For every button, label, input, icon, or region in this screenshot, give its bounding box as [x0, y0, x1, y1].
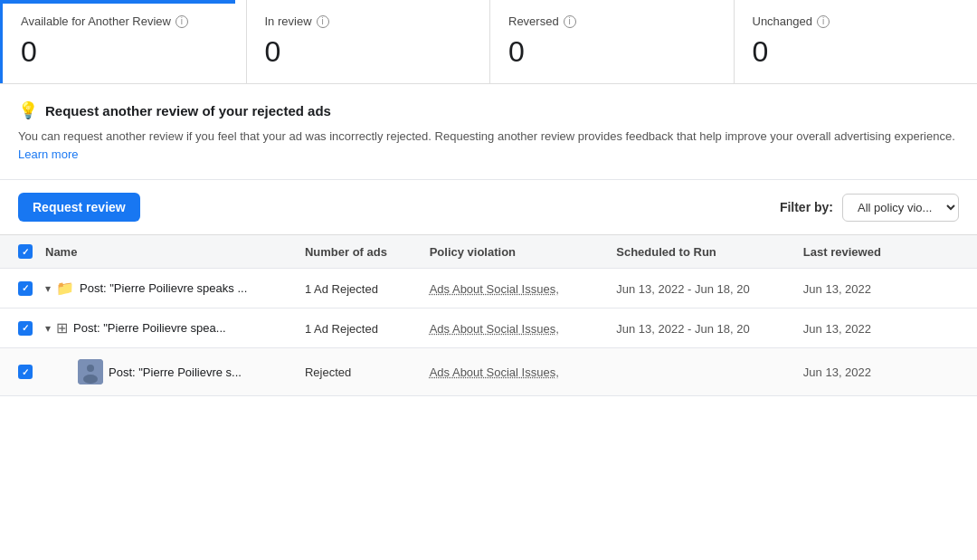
stat-in-review-value: 0	[265, 35, 472, 69]
table-row: ▾ ⊞ Post: "Pierre Poilievre spea... 1 Ad…	[0, 308, 977, 348]
row2-chevron-icon[interactable]: ▾	[45, 322, 51, 335]
row1-policy[interactable]: Ads About Social Issues,	[430, 282, 559, 296]
row1-last-reviewed: Jun 13, 2022	[803, 282, 871, 296]
stat-reversed: Reversed i 0	[490, 0, 735, 83]
stat-unchanged: Unchanged i 0	[735, 0, 978, 83]
row2-policy[interactable]: Ads About Social Issues,	[430, 322, 559, 336]
filter-area: Filter by: All policy vio...	[780, 194, 959, 222]
row3-checkbox[interactable]	[18, 365, 33, 379]
table-header: Name Number of ads Policy violation Sche…	[0, 235, 977, 269]
row1-checkbox[interactable]	[18, 281, 33, 296]
row3-last-reviewed: Jun 13, 2022	[803, 365, 871, 379]
in-review-info-icon[interactable]: i	[317, 15, 329, 28]
col-header-scheduled: Scheduled to Run	[616, 245, 803, 259]
policy-filter-select[interactable]: All policy vio...	[842, 194, 959, 222]
row2-checkbox[interactable]	[18, 321, 33, 336]
available-info-icon[interactable]: i	[175, 15, 188, 28]
bulb-icon: 💡	[18, 100, 38, 120]
stat-unchanged-value: 0	[753, 35, 960, 69]
col-header-name: Name	[45, 245, 305, 259]
svg-point-1	[87, 365, 94, 372]
stat-reversed-label: Reversed i	[508, 14, 716, 28]
select-all-checkbox[interactable]	[18, 244, 33, 259]
row1-chevron-icon[interactable]: ▾	[45, 282, 51, 295]
table-row: Post: "Pierre Poilievre s... Rejected Ad…	[0, 348, 977, 396]
action-bar: Request review Filter by: All policy vio…	[0, 180, 977, 235]
col-header-policy: Policy violation	[430, 245, 617, 259]
row3-thumbnail	[78, 359, 103, 384]
info-box-body: You can request another review if you fe…	[18, 128, 959, 163]
info-box-title: 💡 Request another review of your rejecte…	[18, 100, 959, 120]
reversed-info-icon[interactable]: i	[564, 15, 576, 28]
row3-ads: Rejected	[305, 365, 351, 379]
stat-available: Available for Another Review i 0	[0, 0, 247, 83]
row1-ads: 1 Ad Rejected	[305, 282, 378, 296]
row3-name: Post: "Pierre Poilievre s...	[109, 365, 242, 379]
request-review-button[interactable]: Request review	[18, 193, 140, 222]
stat-available-label: Available for Another Review i	[21, 14, 228, 28]
filter-label: Filter by:	[780, 200, 833, 214]
row1-scheduled: Jun 13, 2022 - Jun 18, 20	[616, 282, 749, 296]
row2-scheduled: Jun 13, 2022 - Jun 18, 20	[616, 322, 749, 336]
progress-bar	[0, 0, 235, 4]
row1-folder-icon: 📁	[56, 280, 74, 297]
table-row: ▾ 📁 Post: "Pierre Poilievre speaks ... 1…	[0, 269, 977, 308]
row1-name: Post: "Pierre Poilievre speaks ...	[80, 281, 247, 295]
stat-available-value: 0	[21, 35, 228, 69]
stat-in-review: In review i 0	[247, 0, 491, 83]
learn-more-link[interactable]: Learn more	[18, 147, 78, 161]
row2-grid-icon: ⊞	[56, 319, 68, 337]
unchanged-info-icon[interactable]: i	[817, 15, 830, 28]
row2-ads: 1 Ad Rejected	[305, 322, 378, 336]
col-header-last-reviewed: Last reviewed	[803, 245, 959, 259]
info-box: 💡 Request another review of your rejecte…	[0, 84, 977, 180]
stats-bar: Available for Another Review i 0 In revi…	[0, 0, 977, 84]
col-header-ads: Number of ads	[305, 245, 430, 259]
row2-name: Post: "Pierre Poilievre spea...	[73, 321, 226, 335]
row3-policy[interactable]: Ads About Social Issues,	[430, 365, 559, 379]
svg-point-2	[83, 375, 98, 384]
row2-last-reviewed: Jun 13, 2022	[803, 322, 871, 336]
stat-unchanged-label: Unchanged i	[753, 14, 960, 28]
stat-in-review-label: In review i	[265, 14, 472, 28]
stat-reversed-value: 0	[508, 35, 716, 69]
table-container: Name Number of ads Policy violation Sche…	[0, 235, 977, 396]
